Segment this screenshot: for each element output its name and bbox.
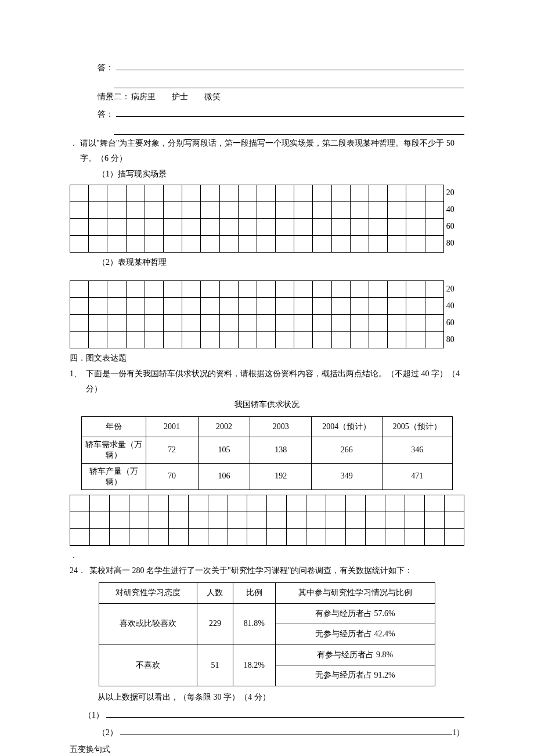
table-row: 喜欢或比较喜欢 229 81.8% 有参与经历者占 57.6% [99,603,435,624]
cell: 不喜欢 [99,645,197,686]
question-text: 下面是一份有关我国轿车供求状况的资料，请根据这份资料内容，概括出两点结论。（不超… [86,366,464,397]
cell: 51 [197,645,233,686]
answer-line-cont [70,77,464,88]
cell: 70 [146,463,198,489]
question-marker: ． [70,136,80,167]
stray-dot: ． [70,548,464,564]
col: 2002 [198,416,250,437]
subquestion-2: （2）表现某种哲理 [70,255,464,271]
cell: 346 [382,437,452,463]
question-marker: 24． [70,563,89,579]
col: 2005（预计） [382,416,452,437]
cell: 72 [146,437,198,463]
col: 2004（预计） [312,416,382,437]
row-count: 20 [443,281,464,298]
scenario-place: 病房里 [131,89,156,105]
answer-line: 答： [70,106,464,123]
row-count: 40 [443,298,464,315]
table-row: 对研究性学习态度 人数 比例 其中参与研究性学习情况与比例 [99,583,435,604]
cell: 349 [312,463,382,489]
cell: 无参与经历者占 42.4% [275,624,435,645]
col: 其中参与研究性学习情况与比例 [275,583,435,604]
answer-label: 答： [98,107,114,123]
blank-line[interactable] [106,707,464,718]
section-4-heading: 四．图文表达题 [70,351,464,366]
scenario-line: 情景二： 病房里 护士 微笑 [70,89,464,105]
row-count: 60 [443,218,464,235]
answer-line-cont [70,124,464,135]
blank-line[interactable] [116,106,464,117]
row-label: 轿车产量（万辆） [82,463,146,489]
section-5-heading: 五变换句式 [70,742,464,756]
question-marker: 1、 [70,366,86,397]
cell: 有参与经历者占 57.6% [275,603,435,624]
question-car: 1、 下面是一份有关我国轿车供求状况的资料，请根据这份资料内容，概括出两点结论。… [70,366,464,397]
cell: 105 [198,437,250,463]
scenario-word: 微笑 [204,89,221,105]
answer-2-tail: 1） [452,725,464,741]
question-24: 24． 某校对高一 280 名学生进行了一次关于"研究性学习课程"的问卷调查，有… [70,563,464,579]
answer-2-label: （2） [98,725,118,741]
table-row: 轿车需求量（万辆） 72 105 138 266 346 [82,437,453,463]
cell: 无参与经历者占 91.2% [275,665,435,686]
scenario-role: 护士 [172,89,188,105]
answer-label: 答： [98,60,114,76]
cell: 138 [250,437,312,463]
cell: 106 [198,463,250,489]
cell: 471 [382,463,452,489]
col: 2003 [250,416,312,437]
answer-2-line: （2） 1） [70,724,464,741]
cell: 229 [197,603,233,645]
row-count: 60 [443,315,464,332]
answer-line: 答： [70,59,464,76]
blank-line[interactable] [116,59,464,70]
row-count: 80 [443,235,464,252]
col: 对研究性学习态度 [99,583,197,604]
table-row: 轿车产量（万辆） 70 106 192 349 471 [82,463,453,489]
answer-grid-40[interactable] [70,495,464,546]
car-supply-demand-table: 年份 2001 2002 2003 2004（预计） 2005（预计） 轿车需求… [81,416,453,490]
row-count: 80 [443,332,464,348]
cell: 266 [312,437,382,463]
row-count: 20 [443,185,464,201]
answer-1-label: （1） [84,708,104,723]
row-count: 40 [443,201,464,218]
cell: 192 [250,463,312,489]
answer-1-line: （1） [70,707,464,723]
survey-table: 对研究性学习态度 人数 比例 其中参与研究性学习情况与比例 喜欢或比较喜欢 22… [99,582,435,686]
subquestion-1: （1）描写现实场景 [70,167,464,182]
car-table-caption: 我国轿车供求状况 [70,397,464,413]
col: 2001 [146,416,198,437]
question-text: 某校对高一 280 名学生进行了一次关于"研究性学习课程"的问卷调查，有关数据统… [89,563,464,579]
cell: 81.8% [233,603,275,645]
question-text: 请以"舞台"为主要对象，分别写两段话，第一段描写一个现实场景，第二段表现某种哲理… [80,136,464,167]
blank-line[interactable] [114,77,464,88]
cell: 18.2% [233,645,275,686]
col: 人数 [197,583,233,604]
row-label: 轿车需求量（万辆） [82,437,146,463]
q24-tail: 从以上数据可以看出，（每条限 30 字）（4 分） [70,690,464,705]
blank-line[interactable] [114,124,464,135]
writing-grid-2[interactable]: 20 40 60 80 [70,280,464,348]
cell: 有参与经历者占 9.8% [275,645,435,665]
table-row: 不喜欢 51 18.2% 有参与经历者占 9.8% [99,645,435,665]
col: 比例 [233,583,275,604]
scenario-prefix: 情景二： [98,89,130,105]
blank-line[interactable] [120,724,452,735]
cell: 喜欢或比较喜欢 [99,603,197,645]
writing-grid-1[interactable]: 20 40 60 80 [70,185,464,253]
question-stage: ． 请以"舞台"为主要对象，分别写两段话，第一段描写一个现实场景，第二段表现某种… [70,136,464,167]
table-row: 年份 2001 2002 2003 2004（预计） 2005（预计） [82,416,453,437]
col-year: 年份 [82,416,146,437]
